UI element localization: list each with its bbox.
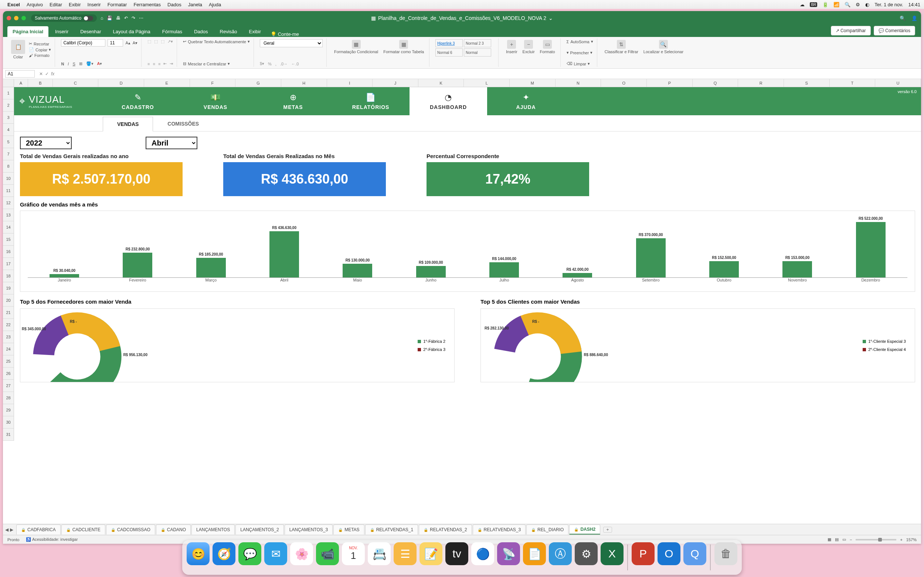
style-item[interactable]: Hiperlink 3	[435, 39, 463, 47]
font-color-icon[interactable]: A▾	[97, 61, 102, 66]
ribbon-tab-review[interactable]: Revisão	[215, 26, 242, 37]
sheet-tab[interactable]: 🔒RELATVENDAS_1	[365, 525, 418, 535]
cancel-formula-icon[interactable]: ✕	[39, 71, 43, 76]
save-icon[interactable]: 💾	[107, 16, 112, 21]
menubar-item[interactable]: Ferramentas	[133, 2, 161, 7]
search-icon[interactable]: 🔍	[845, 2, 850, 7]
month-select[interactable]: Abril	[145, 137, 197, 149]
ribbon-tab-insert[interactable]: Inserir	[50, 26, 74, 37]
redo-icon[interactable]: ↷	[132, 16, 135, 21]
print-icon[interactable]: 🖶	[116, 16, 121, 21]
ribbon-tab-home[interactable]: Página Inicial	[7, 26, 48, 37]
zoom-out-icon[interactable]: −	[850, 537, 852, 542]
menubar-item[interactable]: Ajuda	[209, 2, 221, 7]
nav-dashboard[interactable]: ◔DASHBOARD	[410, 87, 487, 115]
insert-cells-button[interactable]: +Inserir	[504, 39, 519, 55]
name-box[interactable]	[5, 70, 35, 77]
excel-icon[interactable]: X	[601, 542, 624, 565]
add-sheet-button[interactable]: +	[603, 527, 612, 533]
sheet-tab[interactable]: 🔒RELATVENDAS_2	[419, 525, 472, 535]
view-normal-icon[interactable]: ▦	[827, 537, 831, 542]
decrease-font-icon[interactable]: A▾	[133, 40, 137, 45]
sheet-tab[interactable]: 🔒CADANO	[156, 525, 191, 535]
sheet-nav-next-icon[interactable]: ▶	[10, 527, 13, 532]
more-icon[interactable]: ⋯	[139, 16, 144, 21]
zoom-slider[interactable]	[856, 539, 896, 540]
battery-icon[interactable]: 🔋	[822, 2, 828, 7]
menubar-item[interactable]: Formatar	[108, 2, 127, 7]
ribbon-tab-view[interactable]: Exibir	[244, 26, 267, 37]
facetime-icon[interactable]: 📹	[316, 542, 339, 565]
menubar-item[interactable]: Inserir	[87, 2, 101, 7]
cut-button[interactable]: ✂ Recortar	[29, 41, 51, 46]
decrease-decimal-icon[interactable]: ←.0	[291, 62, 299, 66]
comma-icon[interactable]: ,	[275, 62, 276, 66]
delete-cells-button[interactable]: −Excluir	[521, 39, 536, 55]
fill-color-icon[interactable]: 🪣▾	[86, 61, 94, 66]
pages-icon[interactable]: 📄	[523, 542, 546, 565]
formula-input[interactable]	[57, 71, 921, 77]
zoom-in-icon[interactable]: +	[900, 537, 902, 542]
view-break-icon[interactable]: ▭	[842, 537, 846, 542]
clear-button[interactable]: ⌫ Limpar ▾	[567, 61, 593, 66]
mail-icon[interactable]: ✉	[264, 542, 287, 565]
ribbon-tab-data[interactable]: Dados	[189, 26, 213, 37]
minimize-window-button[interactable]	[14, 16, 18, 20]
tell-me-button[interactable]: 💡 Conte-me	[271, 31, 299, 37]
sort-filter-button[interactable]: ⇅Classificar e Filtrar	[603, 39, 640, 55]
nav-ajuda[interactable]: ✦AJUDA	[487, 87, 565, 115]
paste-button[interactable]: 📋Colar	[10, 39, 27, 60]
trash-icon[interactable]: 🗑	[714, 542, 737, 565]
settings-icon[interactable]: ⚙	[575, 542, 598, 565]
calendar-icon[interactable]: NOV.1	[342, 542, 365, 565]
year-select[interactable]: 2022	[20, 137, 72, 149]
ribbon-tab-layout[interactable]: Layout da Página	[108, 26, 156, 37]
menubar-item[interactable]: Dados	[168, 2, 181, 7]
ribbon-tab-formulas[interactable]: Fórmulas	[157, 26, 187, 37]
format-table-button[interactable]: ▦Formatar como Tabela	[382, 39, 425, 55]
menubar-item[interactable]: Janela	[188, 2, 202, 7]
bold-icon[interactable]: N	[61, 62, 64, 66]
wifi-icon[interactable]: 📶	[834, 2, 839, 7]
find-select-button[interactable]: 🔍Localizar e Selecionar	[642, 39, 685, 55]
sheet-tab[interactable]: 🔒REL_DIARIO	[526, 525, 569, 535]
percent-icon[interactable]: %	[268, 62, 271, 66]
nav-vendas[interactable]: 💵VENDAS	[177, 87, 254, 115]
indent-icon[interactable]: ⇤	[163, 61, 167, 66]
maximize-window-button[interactable]	[21, 16, 26, 20]
user-icon[interactable]: 👤	[911, 16, 918, 21]
safari-icon[interactable]: 🧭	[213, 542, 236, 565]
increase-decimal-icon[interactable]: .0→	[280, 62, 288, 66]
currency-icon[interactable]: $▾	[260, 61, 264, 66]
view-page-icon[interactable]: ▤	[835, 537, 838, 542]
sheet-tab[interactable]: 🔒RELATVENDAS_3	[473, 525, 525, 535]
format-painter-button[interactable]: 🖌 Formato	[29, 53, 51, 58]
font-name-combo[interactable]	[61, 39, 105, 47]
orientation-icon[interactable]: ↗▾	[168, 39, 173, 44]
podcasts-icon[interactable]: 📡	[497, 542, 520, 565]
menubar-item[interactable]: Arquivo	[27, 2, 43, 7]
powerpoint-icon[interactable]: P	[632, 542, 654, 565]
merge-button[interactable]: ⊟ Mesclar e Centralizar ▾	[183, 61, 250, 66]
font-size-combo[interactable]	[108, 39, 123, 47]
style-item[interactable]: Normal 6	[435, 48, 463, 56]
cell-styles-gallery[interactable]: Hiperlink 3 Normal 2 3 Normal 6 Normal	[435, 39, 494, 56]
nav-relatorios[interactable]: 📄RELATÓRIOS	[332, 87, 410, 115]
reminders-icon[interactable]: ☰	[394, 542, 417, 565]
chevron-down-icon[interactable]: ⌄	[549, 15, 553, 21]
number-format-combo[interactable]: Geral	[260, 39, 323, 47]
style-item[interactable]: Normal 2 3	[464, 39, 491, 47]
conditional-format-button[interactable]: ▦Formatação Condicional	[333, 39, 380, 55]
copy-button[interactable]: 📄 Copiar ▾	[29, 47, 51, 52]
contacts-icon[interactable]: 📇	[368, 542, 391, 565]
sheet-tab[interactable]: LANÇAMENTOS_2	[236, 525, 283, 535]
menubar-app[interactable]: Excel	[7, 2, 20, 7]
select-all-corner[interactable]	[3, 79, 14, 87]
enter-formula-icon[interactable]: ✓	[45, 71, 49, 76]
quicktime-icon[interactable]: Q	[683, 542, 706, 565]
close-window-button[interactable]	[6, 16, 11, 20]
border-icon[interactable]: ⊞	[79, 61, 82, 66]
row-headers[interactable]: 1234578101112131415161718192021222324252…	[3, 87, 14, 441]
italic-icon[interactable]: I	[68, 62, 69, 66]
share-button[interactable]: ↗ Compartilhar	[831, 26, 871, 35]
